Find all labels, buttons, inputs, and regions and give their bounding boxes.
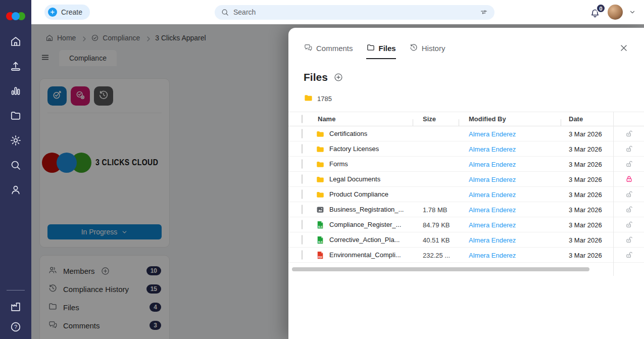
row-checkbox[interactable]	[302, 144, 303, 154]
table-header-row: Name Size Modified By Date	[288, 112, 644, 126]
file-name[interactable]: Corrective_Action_Pla...	[329, 236, 400, 244]
file-date: 3 Mar 2026	[569, 161, 602, 168]
table-row[interactable]: Forms Almera Enderez 3 Mar 2026	[288, 157, 644, 172]
xls-file-icon: XLS	[316, 220, 325, 229]
add-file-button[interactable]	[333, 72, 343, 82]
folder-icon	[316, 129, 325, 138]
column-header-date[interactable]: Date	[569, 115, 583, 123]
modified-by-link[interactable]: Almera Enderez	[469, 161, 516, 168]
folder-chip-label: 1785	[317, 95, 332, 103]
file-size: 40.51 KB	[423, 236, 450, 244]
table-scroll-area	[288, 263, 644, 276]
select-all-checkbox[interactable]	[302, 115, 303, 123]
lock-open-icon[interactable]	[625, 205, 633, 214]
close-icon[interactable]	[619, 43, 629, 53]
row-checkbox[interactable]	[302, 220, 303, 229]
modified-by-link[interactable]: Almera Enderez	[469, 221, 516, 229]
lock-open-icon[interactable]	[625, 251, 633, 259]
sidebar-item-folder[interactable]	[10, 110, 22, 122]
notifications-button[interactable]: 0	[589, 6, 602, 19]
files-table: Name Size Modified By Date Certification…	[288, 112, 644, 276]
svg-text:XLS: XLS	[318, 240, 323, 243]
pdf-file-icon: PDF	[316, 251, 325, 260]
table-row[interactable]: PDF Environmental_Compli... 232.25 ... A…	[288, 248, 644, 263]
file-name[interactable]: Environmental_Compli...	[329, 251, 401, 259]
table-row[interactable]: XLS Compliance_Register_... 84.79 KB Alm…	[288, 217, 644, 232]
file-name[interactable]: Forms	[329, 160, 348, 168]
logo-blue-dot	[12, 12, 20, 20]
sidebar-item-help[interactable]: ?	[10, 321, 22, 333]
lock-open-icon[interactable]	[625, 160, 633, 168]
sidebar-item-profile[interactable]	[10, 184, 22, 196]
factory-icon	[10, 306, 22, 314]
file-size: 1.78 MB	[423, 206, 447, 214]
user-avatar[interactable]	[608, 5, 623, 20]
search-icon	[10, 164, 22, 173]
table-row[interactable]: Product Compliance Almera Enderez 3 Mar …	[288, 187, 644, 202]
search-filter-icon[interactable]	[479, 8, 488, 17]
table-row[interactable]: Certifications Almera Enderez 3 Mar 2026	[288, 126, 644, 141]
row-checkbox[interactable]	[302, 174, 303, 184]
column-header-name[interactable]: Name	[318, 115, 335, 123]
create-button-label: Create	[61, 8, 82, 16]
row-checkbox[interactable]	[302, 235, 303, 245]
create-button[interactable]: Create	[44, 5, 90, 20]
file-name[interactable]: Product Compliance	[329, 190, 388, 198]
modified-by-link[interactable]: Almera Enderez	[469, 252, 516, 259]
files-drawer: Comments Files History Files 1785 Name S…	[288, 28, 644, 339]
file-name[interactable]: Compliance_Register_...	[329, 221, 401, 228]
row-checkbox[interactable]	[302, 129, 303, 138]
file-name[interactable]: Factory Licenses	[329, 145, 379, 153]
file-name[interactable]: Business_Registration_...	[329, 206, 404, 213]
parent-folder-chip[interactable]: 1785	[304, 93, 644, 104]
column-header-size[interactable]: Size	[423, 115, 436, 123]
drawer-tab-history[interactable]: History	[409, 43, 445, 59]
sidebar-item-settings[interactable]	[10, 134, 22, 147]
drawer-header: Comments Files History	[288, 28, 644, 59]
folder-icon	[304, 93, 313, 104]
lock-open-icon[interactable]	[625, 190, 633, 199]
folder-icon	[316, 190, 325, 199]
xls-file-icon: XLS	[316, 235, 325, 245]
table-row[interactable]: Business_Registration_... 1.78 MB Almera…	[288, 202, 644, 217]
folder-icon	[10, 115, 22, 123]
modified-by-link[interactable]: Almera Enderez	[469, 130, 516, 138]
file-name[interactable]: Legal Documents	[329, 175, 380, 183]
settings-icon	[10, 139, 22, 148]
row-checkbox[interactable]	[302, 159, 303, 169]
horizontal-scrollbar[interactable]	[292, 267, 589, 271]
file-name[interactable]: Certifications	[329, 130, 367, 137]
sidebar-item-analytics[interactable]	[10, 85, 22, 97]
upload-icon	[10, 65, 22, 74]
row-checkbox[interactable]	[302, 189, 303, 199]
lock-open-icon[interactable]	[625, 129, 633, 138]
modified-by-link[interactable]: Almera Enderez	[469, 206, 516, 214]
search-input[interactable]	[233, 8, 475, 16]
modified-by-link[interactable]: Almera Enderez	[469, 236, 516, 244]
table-row[interactable]: XLS Corrective_Action_Pla... 40.51 KB Al…	[288, 232, 644, 248]
column-header-modified-by[interactable]: Modified By	[469, 115, 506, 123]
table-row[interactable]: Legal Documents Almera Enderez 3 Mar 202…	[288, 172, 644, 187]
file-date: 3 Mar 2026	[569, 191, 602, 199]
drawer-tab-comments[interactable]: Comments	[304, 43, 353, 59]
row-checkbox[interactable]	[302, 250, 303, 260]
file-date: 3 Mar 2026	[569, 130, 602, 138]
sidebar-bottom: ?	[0, 290, 31, 339]
topbar: Create 0	[31, 0, 644, 24]
drawer-tab-files[interactable]: Files	[366, 43, 396, 59]
chevron-down-icon[interactable]	[629, 9, 636, 16]
lock-open-icon[interactable]	[625, 144, 633, 153]
lock-open-icon[interactable]	[625, 235, 633, 244]
lock-closed-icon[interactable]	[625, 175, 633, 183]
modified-by-link[interactable]: Almera Enderez	[469, 146, 516, 153]
sidebar-item-search[interactable]	[10, 159, 22, 171]
row-checkbox[interactable]	[302, 205, 303, 214]
modified-by-link[interactable]: Almera Enderez	[469, 176, 516, 183]
lock-open-icon[interactable]	[625, 220, 633, 229]
image-file-icon	[316, 205, 325, 214]
modified-by-link[interactable]: Almera Enderez	[469, 191, 516, 199]
table-row[interactable]: Factory Licenses Almera Enderez 3 Mar 20…	[288, 141, 644, 157]
sidebar-item-upload[interactable]	[10, 60, 22, 72]
sidebar-item-factory[interactable]	[10, 301, 22, 313]
sidebar-item-home[interactable]	[10, 35, 22, 47]
